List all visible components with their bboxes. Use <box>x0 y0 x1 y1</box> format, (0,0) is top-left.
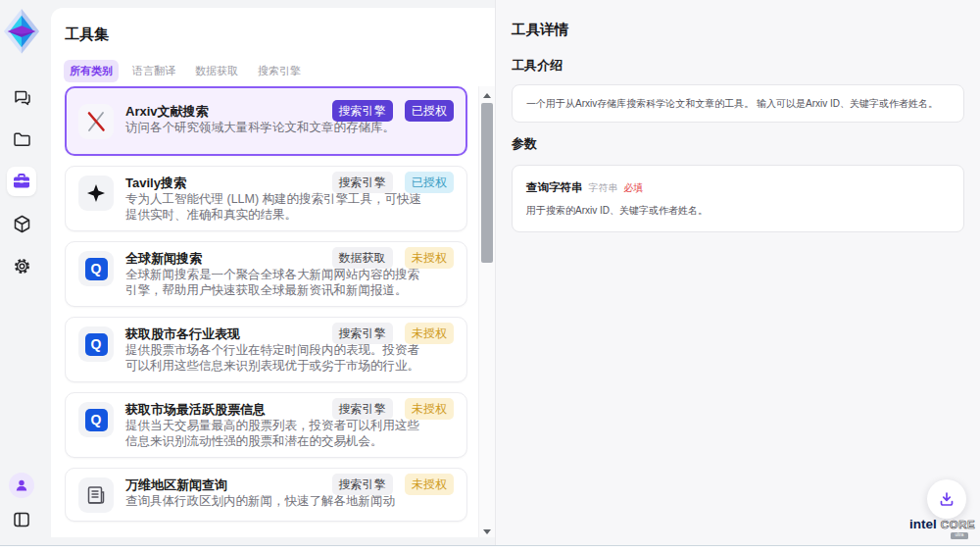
core-wordmark: CORE <box>941 519 976 530</box>
intro-heading: 工具介绍 <box>512 57 964 75</box>
sidebar-item-settings[interactable] <box>7 251 36 280</box>
news-app-logo: Q <box>78 251 114 286</box>
intel-wordmark: intel <box>909 517 937 531</box>
news-app-logo: Q <box>78 326 114 362</box>
tab-search-engine[interactable]: 搜索引擎 <box>252 60 307 82</box>
auth-badge: 未授权 <box>405 323 454 344</box>
tool-list: Arxiv文献搜索 搜索引擎 已授权 访问各个研究领域大量科学论文和文章的存储库… <box>65 86 467 537</box>
tool-card-stock-sectors[interactable]: Q 获取股市各行业表现 搜索引擎 未授权 提供股票市场各个行业在特定时间段内的表… <box>65 317 467 382</box>
tool-description: 专为人工智能代理 (LLM) 构建的搜索引擎工具，可快速提供实时、准确和真实的结… <box>125 192 425 223</box>
ultra-badge: ultra <box>951 532 968 539</box>
download-button[interactable] <box>927 479 966 519</box>
chat-icon <box>12 87 32 108</box>
tool-detail-panel: 工具详情 工具介绍 一个用于从Arxiv存储库搜索科学论文和文章的工具。 输入可… <box>495 0 980 546</box>
sidebar <box>0 0 51 546</box>
tab-data-fetching[interactable]: 数据获取 <box>189 60 244 82</box>
briefcase-icon <box>12 172 31 191</box>
category-badge: 数据获取 <box>332 247 393 269</box>
intro-text: 一个用于从Arxiv存储库搜索科学论文和文章的工具。 输入可以是Arxiv ID… <box>526 97 950 110</box>
user-icon <box>14 477 29 493</box>
tool-card-arxiv[interactable]: Arxiv文献搜索 搜索引擎 已授权 访问各个研究领域大量科学论文和文章的存储库… <box>65 86 467 156</box>
intel-core-logo: intel CORE ultra <box>909 517 970 539</box>
category-badge: 搜索引擎 <box>332 323 393 344</box>
auth-badge: 已授权 <box>405 172 454 193</box>
list-scrollbar[interactable] <box>478 86 495 537</box>
toolset-panel: 工具集 所有类别 语言翻译 数据获取 搜索引擎 Arxiv文献搜索 搜索引擎 <box>51 8 495 537</box>
window-bottom-strip <box>0 546 980 551</box>
category-badge: 搜索引擎 <box>332 100 393 122</box>
tool-description: 查询具体行政区划内的新闻，快速了解各地新闻动 <box>125 494 425 510</box>
category-badge: 搜索引擎 <box>332 398 393 420</box>
auth-badge: 未授权 <box>405 247 454 269</box>
tool-card-regional-news[interactable]: 万维地区新闻查询 搜索引擎 未授权 查询具体行政区划内的新闻，快速了解各地新闻动 <box>65 468 467 522</box>
tool-description: 提供当天交易量最高的股票列表，投资者可以利用这些信息来识别流动性强的股票和潜在的… <box>125 419 425 449</box>
category-badge: 搜索引擎 <box>332 172 393 193</box>
params-heading: 参数 <box>512 135 964 153</box>
panel-icon <box>12 510 31 529</box>
tab-language-translation[interactable]: 语言翻译 <box>126 60 181 82</box>
toolset-title: 工具集 <box>65 25 109 44</box>
tab-all-categories[interactable]: 所有类别 <box>64 60 119 82</box>
sidebar-item-packages[interactable] <box>7 209 36 238</box>
param-type: 字符串 <box>589 181 618 195</box>
scroll-up-arrow[interactable] <box>483 93 491 98</box>
detail-title: 工具详情 <box>512 21 964 39</box>
tool-card-global-news[interactable]: Q 全球新闻搜索 数据获取 未授权 全球新闻搜索是一个聚合全球各大新闻网站内容的… <box>65 241 467 307</box>
sidebar-item-panel-toggle[interactable] <box>7 505 36 534</box>
news-app-logo: Q <box>78 402 114 437</box>
scrollbar-thumb[interactable] <box>481 103 493 263</box>
gear-icon <box>12 256 32 276</box>
tool-card-active-stocks[interactable]: Q 获取市场最活跃股票信息 搜索引擎 未授权 提供当天交易量最高的股票列表，投资… <box>65 392 467 458</box>
folder-icon <box>12 129 32 150</box>
category-badge: 搜索引擎 <box>332 474 393 495</box>
download-icon <box>938 490 956 508</box>
auth-badge: 已授权 <box>405 100 454 122</box>
arxiv-logo <box>78 104 114 139</box>
sidebar-item-files[interactable] <box>7 125 36 154</box>
cube-icon <box>12 214 32 234</box>
param-box: 查询字符串 字符串 必填 用于搜索的Arxiv ID、关键字或作者姓名。 <box>512 165 964 232</box>
param-name: 查询字符串 <box>526 180 583 195</box>
user-avatar[interactable] <box>9 473 34 498</box>
tool-card-tavily[interactable]: Tavily搜索 搜索引擎 已授权 专为人工智能代理 (LLM) 构建的搜索引擎… <box>65 166 467 231</box>
auth-badge: 未授权 <box>405 474 454 495</box>
document-icon <box>78 477 114 513</box>
intro-box: 一个用于从Arxiv存储库搜索科学论文和文章的工具。 输入可以是Arxiv ID… <box>512 84 964 123</box>
param-description: 用于搜索的Arxiv ID、关键字或作者姓名。 <box>526 204 950 218</box>
sidebar-item-chat[interactable] <box>7 82 36 112</box>
app-logo <box>1 7 42 54</box>
tool-description: 访问各个研究领域大量科学论文和文章的存储库。 <box>125 121 425 136</box>
tool-description: 全球新闻搜索是一个聚合全球各大新闻网站内容的搜索引擎，帮助用户快速获取全球最新资… <box>125 268 425 298</box>
tavily-logo <box>78 176 114 211</box>
app-window: 工具集 所有类别 语言翻译 数据获取 搜索引擎 Arxiv文献搜索 搜索引擎 <box>0 0 980 546</box>
param-required-flag: 必填 <box>624 181 644 195</box>
sidebar-item-tools[interactable] <box>7 167 36 196</box>
scroll-down-arrow[interactable] <box>483 529 491 534</box>
auth-badge: 未授权 <box>405 398 454 420</box>
tool-description: 提供股票市场各个行业在特定时间段内的表现。投资者可以利用这些信息来识别表现优于或… <box>125 343 425 374</box>
category-tabs: 所有类别 语言翻译 数据获取 搜索引擎 <box>64 60 307 82</box>
